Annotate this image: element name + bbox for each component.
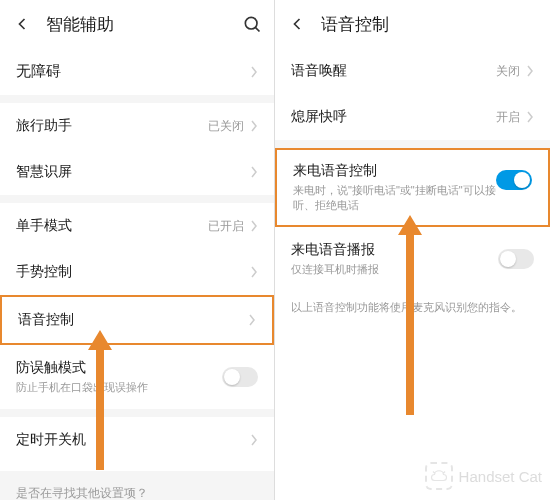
watermark: Handset Cat bbox=[425, 462, 542, 490]
chevron-icon bbox=[250, 66, 258, 78]
item-label: 定时开关机 bbox=[16, 431, 250, 449]
item-label: 来电语音控制 bbox=[293, 162, 496, 180]
row-voice-control[interactable]: 语音控制 bbox=[0, 295, 274, 345]
suggestion-question: 是否在寻找其他设置项？ bbox=[16, 485, 258, 500]
settings-screen-smart-assist: 智能辅助 无障碍 旅行助手 已关闭 智慧识屏 单手模式 已开启 手势控制 bbox=[0, 0, 275, 500]
item-label: 来电语音播报 bbox=[291, 241, 498, 259]
item-label: 旅行助手 bbox=[16, 117, 208, 135]
row-incoming-call-announce[interactable]: 来电语音播报 仅连接耳机时播报 bbox=[275, 227, 550, 291]
watermark-text: Handset Cat bbox=[459, 468, 542, 485]
settings-screen-voice-control: 语音控制 语音唤醒 关闭 熄屏快呼 开启 来电语音控制 来电时，说"接听电话"或… bbox=[275, 0, 550, 500]
chevron-icon bbox=[250, 434, 258, 446]
chevron-icon bbox=[526, 65, 534, 77]
item-subtitle: 来电时，说"接听电话"或"挂断电话"可以接听、拒绝电话 bbox=[293, 183, 496, 213]
chevron-icon bbox=[250, 220, 258, 232]
header: 智能辅助 bbox=[0, 0, 274, 48]
back-icon[interactable] bbox=[287, 14, 307, 34]
row-scheduled-power[interactable]: 定时开关机 bbox=[0, 417, 274, 463]
page-title: 智能辅助 bbox=[46, 13, 242, 36]
row-accessibility[interactable]: 无障碍 bbox=[0, 48, 274, 95]
svg-point-0 bbox=[245, 17, 257, 29]
item-status: 关闭 bbox=[496, 63, 520, 80]
bottom-suggestions: 是否在寻找其他设置项？ 系统导航方式 bbox=[0, 471, 274, 500]
item-label: 语音唤醒 bbox=[291, 62, 496, 80]
item-label: 防误触模式 bbox=[16, 359, 222, 377]
back-icon[interactable] bbox=[12, 14, 32, 34]
row-smart-screen[interactable]: 智慧识屏 bbox=[0, 149, 274, 195]
item-label: 手势控制 bbox=[16, 263, 250, 281]
chevron-icon bbox=[250, 266, 258, 278]
row-screen-off-call[interactable]: 熄屏快呼 开启 bbox=[275, 94, 550, 140]
item-label: 单手模式 bbox=[16, 217, 208, 235]
chevron-icon bbox=[248, 314, 256, 326]
toggle-mistouch[interactable] bbox=[222, 367, 258, 387]
chevron-icon bbox=[250, 120, 258, 132]
header: 语音控制 bbox=[275, 0, 550, 48]
item-label: 智慧识屏 bbox=[16, 163, 250, 181]
search-icon[interactable] bbox=[242, 14, 262, 34]
row-one-hand[interactable]: 单手模式 已开启 bbox=[0, 203, 274, 249]
item-status: 已关闭 bbox=[208, 118, 244, 135]
row-voice-wakeup[interactable]: 语音唤醒 关闭 bbox=[275, 48, 550, 94]
item-label: 语音控制 bbox=[18, 311, 248, 329]
item-subtitle: 仅连接耳机时播报 bbox=[291, 262, 498, 277]
page-title: 语音控制 bbox=[321, 13, 538, 36]
item-subtitle: 防止手机在口袋出现误操作 bbox=[16, 380, 222, 395]
chevron-icon bbox=[250, 166, 258, 178]
toggle-call-announce[interactable] bbox=[498, 249, 534, 269]
watermark-cat-icon bbox=[425, 462, 453, 490]
row-travel-assist[interactable]: 旅行助手 已关闭 bbox=[0, 103, 274, 149]
item-label: 熄屏快呼 bbox=[291, 108, 496, 126]
item-status: 已开启 bbox=[208, 218, 244, 235]
row-gesture-control[interactable]: 手势控制 bbox=[0, 249, 274, 295]
row-mistouch-prevention[interactable]: 防误触模式 防止手机在口袋出现误操作 bbox=[0, 345, 274, 409]
footer-note: 以上语音控制功能将使用麦克风识别您的指令。 bbox=[275, 291, 550, 324]
svg-line-1 bbox=[255, 27, 259, 31]
item-status: 开启 bbox=[496, 109, 520, 126]
toggle-call-voice-control[interactable] bbox=[496, 170, 532, 190]
row-incoming-call-voice-control[interactable]: 来电语音控制 来电时，说"接听电话"或"挂断电话"可以接听、拒绝电话 bbox=[275, 148, 550, 227]
item-label: 无障碍 bbox=[16, 62, 250, 81]
chevron-icon bbox=[526, 111, 534, 123]
